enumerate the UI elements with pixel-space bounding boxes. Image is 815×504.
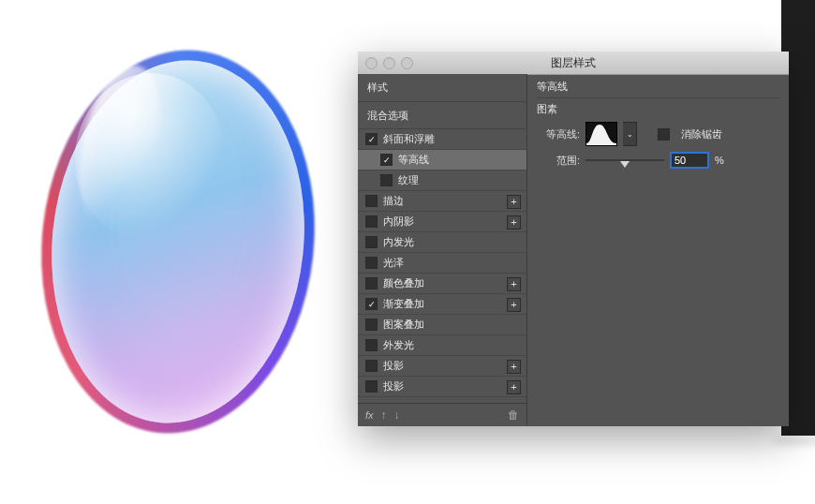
style-checkbox[interactable] bbox=[365, 277, 378, 289]
style-checkbox[interactable] bbox=[365, 133, 378, 145]
style-row-label: 图案叠加 bbox=[383, 318, 424, 332]
style-row-contour[interactable]: 等高线 bbox=[358, 150, 526, 170]
style-row-label: 光泽 bbox=[383, 256, 404, 270]
dialog-title: 图层样式 bbox=[551, 55, 596, 71]
style-row-grad-overlay[interactable]: 渐变叠加+ bbox=[358, 294, 526, 315]
contour-dropdown-caret[interactable]: ⌄ bbox=[623, 122, 637, 146]
style-row-label: 斜面和浮雕 bbox=[383, 132, 435, 146]
style-row-stroke[interactable]: 描边+ bbox=[358, 191, 526, 212]
range-row: 范围: 50 % bbox=[537, 152, 779, 169]
anti-alias-label: 消除锯齿 bbox=[681, 127, 722, 141]
style-checkbox[interactable] bbox=[365, 236, 378, 248]
style-row-label: 等高线 bbox=[398, 153, 429, 167]
style-row-texture[interactable]: 纹理 bbox=[358, 170, 526, 191]
style-row-label: 颜色叠加 bbox=[383, 276, 424, 290]
contour-detail-panel: 等高线 图素 等高线: ⌄ 消除锯齿 范围: bbox=[527, 74, 789, 426]
style-checkbox[interactable] bbox=[365, 257, 378, 269]
style-checkbox[interactable] bbox=[380, 154, 393, 166]
range-input[interactable]: 50 bbox=[670, 152, 709, 169]
blend-options-row[interactable]: 混合选项 bbox=[358, 102, 526, 130]
style-row-label: 纹理 bbox=[398, 173, 419, 187]
add-effect-icon[interactable]: + bbox=[507, 195, 521, 209]
style-checkbox[interactable] bbox=[365, 360, 378, 372]
panel-heading: 等高线 bbox=[537, 80, 779, 98]
style-row-pat-overlay[interactable]: 图案叠加 bbox=[358, 315, 526, 335]
contour-picker-row: 等高线: ⌄ 消除锯齿 bbox=[537, 122, 779, 146]
layer-style-dialog: 图层样式 样式 混合选项 斜面和浮雕等高线纹理描边+内阴影+内发光光泽颜色叠加+… bbox=[358, 52, 789, 426]
elements-label: 图素 bbox=[537, 102, 779, 116]
style-row-label: 内阴影 bbox=[383, 215, 414, 229]
range-slider[interactable] bbox=[585, 154, 664, 167]
add-effect-icon[interactable]: + bbox=[507, 380, 521, 394]
style-checkbox[interactable] bbox=[365, 319, 378, 331]
style-list-column: 样式 混合选项 斜面和浮雕等高线纹理描边+内阴影+内发光光泽颜色叠加+渐变叠加+… bbox=[358, 74, 527, 426]
traffic-dot[interactable] bbox=[383, 57, 395, 69]
style-checkbox[interactable] bbox=[365, 339, 378, 351]
contour-thumbnail[interactable] bbox=[585, 122, 617, 146]
style-row-bevel[interactable]: 斜面和浮雕 bbox=[358, 129, 526, 150]
style-checkbox[interactable] bbox=[365, 298, 378, 310]
canvas-preview bbox=[37, 45, 319, 438]
style-row-label: 描边 bbox=[383, 194, 404, 208]
window-controls[interactable] bbox=[365, 57, 413, 69]
styles-header: 样式 bbox=[358, 74, 526, 102]
style-row-label: 渐变叠加 bbox=[383, 297, 424, 311]
range-label: 范围: bbox=[537, 154, 580, 168]
style-list-footer: fx ↑ ↓ 🗑 bbox=[358, 403, 526, 426]
style-row-shadow1[interactable]: 投影+ bbox=[358, 356, 526, 377]
contour-label: 等高线: bbox=[537, 127, 580, 141]
add-effect-icon[interactable]: + bbox=[507, 277, 521, 291]
style-row-color-overlay[interactable]: 颜色叠加+ bbox=[358, 274, 526, 294]
fx-menu[interactable]: fx bbox=[365, 409, 374, 421]
add-effect-icon[interactable]: + bbox=[507, 360, 521, 374]
dialog-titlebar[interactable]: 图层样式 bbox=[358, 52, 789, 75]
range-unit: % bbox=[715, 155, 724, 166]
style-row-inner-shadow[interactable]: 内阴影+ bbox=[358, 212, 526, 232]
style-row-label: 投影 bbox=[383, 359, 404, 373]
style-row-label: 外发光 bbox=[383, 338, 414, 352]
style-row-outer-glow[interactable]: 外发光 bbox=[358, 335, 526, 356]
add-effect-icon[interactable]: + bbox=[507, 298, 521, 312]
style-row-shadow2[interactable]: 投影+ bbox=[358, 377, 526, 397]
style-row-inner-glow[interactable]: 内发光 bbox=[358, 232, 526, 253]
style-checkbox[interactable] bbox=[365, 215, 378, 228]
anti-alias-checkbox[interactable] bbox=[658, 128, 670, 141]
style-row-label: 内发光 bbox=[383, 235, 414, 249]
add-effect-icon[interactable]: + bbox=[507, 215, 521, 230]
style-row-label: 投影 bbox=[383, 379, 404, 393]
style-checkbox[interactable] bbox=[380, 174, 393, 186]
traffic-dot[interactable] bbox=[401, 57, 413, 69]
style-row-satin[interactable]: 光泽 bbox=[358, 253, 526, 274]
trash-icon[interactable]: 🗑 bbox=[508, 408, 519, 422]
move-up-icon[interactable]: ↑ bbox=[381, 408, 387, 422]
traffic-dot[interactable] bbox=[365, 57, 378, 69]
move-down-icon[interactable]: ↓ bbox=[394, 408, 400, 422]
style-checkbox[interactable] bbox=[365, 380, 378, 393]
style-checkbox[interactable] bbox=[365, 195, 378, 207]
